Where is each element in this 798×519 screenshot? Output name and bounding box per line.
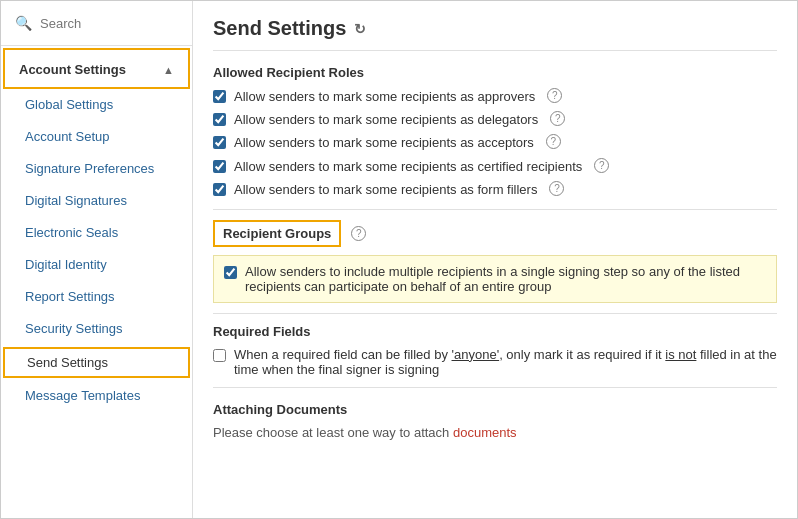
sidebar-item-account-setup[interactable]: Account Setup — [1, 121, 192, 153]
main-content: Send Settings ↻ Allowed Recipient Roles … — [193, 1, 797, 518]
sidebar-item-security-settings[interactable]: Security Settings — [1, 313, 192, 345]
divider-2 — [213, 313, 777, 314]
search-bar[interactable]: 🔍 — [1, 1, 192, 46]
sidebar: 🔍 Account Settings ▲ Global Settings Acc… — [1, 1, 193, 518]
sidebar-item-digital-signatures[interactable]: Digital Signatures — [1, 185, 192, 217]
sidebar-item-global-settings[interactable]: Global Settings — [1, 89, 192, 121]
page-title-bar: Send Settings ↻ — [213, 17, 777, 51]
recipient-groups-title: Recipient Groups — [213, 220, 341, 247]
chevron-up-icon: ▲ — [163, 64, 174, 76]
page-title-text: Send Settings — [213, 17, 346, 40]
checkbox-delegators[interactable] — [213, 113, 226, 126]
checkbox-recipient-groups[interactable] — [224, 266, 237, 279]
recipient-groups-checkbox-row: Allow senders to include multiple recipi… — [213, 255, 777, 303]
search-input[interactable] — [40, 16, 178, 31]
required-fields-text: When a required field can be filled by '… — [234, 347, 777, 377]
checkbox-row-certified: Allow senders to mark some recipients as… — [213, 158, 777, 176]
checkbox-required-fields[interactable] — [213, 349, 226, 362]
allowed-recipient-roles-title: Allowed Recipient Roles — [213, 65, 777, 80]
account-settings-label: Account Settings — [19, 62, 126, 77]
sidebar-item-electronic-seals[interactable]: Electronic Seals — [1, 217, 192, 249]
sidebar-item-report-settings[interactable]: Report Settings — [1, 281, 192, 313]
help-icon-acceptors[interactable]: ? — [546, 134, 561, 149]
label-acceptors: Allow senders to mark some recipients as… — [234, 134, 534, 152]
help-icon-approvers[interactable]: ? — [547, 88, 562, 103]
app-window: 🔍 Account Settings ▲ Global Settings Acc… — [0, 0, 798, 519]
required-fields-section: Required Fields When a required field ca… — [213, 324, 777, 377]
checkbox-certified[interactable] — [213, 160, 226, 173]
checkbox-row-delegators: Allow senders to mark some recipients as… — [213, 111, 777, 129]
checkbox-approvers[interactable] — [213, 90, 226, 103]
checkbox-row-form-fillers: Allow senders to mark some recipients as… — [213, 181, 777, 199]
sidebar-item-signature-preferences[interactable]: Signature Preferences — [1, 153, 192, 185]
label-form-fillers: Allow senders to mark some recipients as… — [234, 181, 537, 199]
attaching-documents-section: Attaching Documents Please choose at lea… — [213, 402, 777, 440]
checkbox-row-approvers: Allow senders to mark some recipients as… — [213, 88, 777, 106]
label-delegators: Allow senders to mark some recipients as… — [234, 111, 538, 129]
sidebar-item-message-templates[interactable]: Message Templates — [1, 380, 192, 412]
divider-3 — [213, 387, 777, 388]
checkbox-row-acceptors: Allow senders to mark some recipients as… — [213, 134, 777, 152]
help-icon-form-fillers[interactable]: ? — [549, 181, 564, 196]
checkbox-acceptors[interactable] — [213, 136, 226, 149]
search-icon: 🔍 — [15, 15, 32, 31]
sidebar-item-send-settings[interactable]: Send Settings — [3, 347, 190, 378]
checkbox-form-fillers[interactable] — [213, 183, 226, 196]
attaching-documents-title: Attaching Documents — [213, 402, 777, 417]
account-settings-group-header[interactable]: Account Settings ▲ — [3, 48, 190, 89]
help-icon-delegators[interactable]: ? — [550, 111, 565, 126]
help-icon-recipient-groups[interactable]: ? — [351, 226, 366, 241]
required-fields-title: Required Fields — [213, 324, 777, 339]
label-certified: Allow senders to mark some recipients as… — [234, 158, 582, 176]
recipient-groups-section: Recipient Groups ? Allow senders to incl… — [213, 220, 777, 303]
refresh-icon[interactable]: ↻ — [354, 21, 366, 37]
divider-1 — [213, 209, 777, 210]
checkbox-row-required-fields: When a required field can be filled by '… — [213, 347, 777, 377]
sidebar-item-digital-identity[interactable]: Digital Identity — [1, 249, 192, 281]
documents-link[interactable]: documents — [453, 425, 517, 440]
recipient-groups-label: Allow senders to include multiple recipi… — [245, 264, 766, 294]
attaching-documents-text: Please choose at least one way to attach… — [213, 425, 777, 440]
label-approvers: Allow senders to mark some recipients as… — [234, 88, 535, 106]
help-icon-certified[interactable]: ? — [594, 158, 609, 173]
